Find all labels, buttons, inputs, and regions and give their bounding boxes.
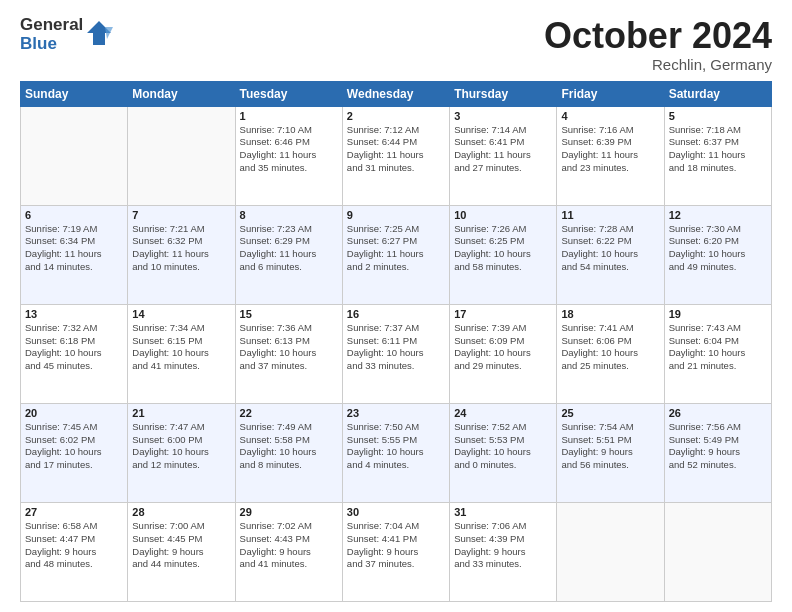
- day-number: 10: [454, 209, 552, 221]
- table-row: 9Sunrise: 7:25 AMSunset: 6:27 PMDaylight…: [342, 205, 449, 304]
- table-row: 15Sunrise: 7:36 AMSunset: 6:13 PMDayligh…: [235, 304, 342, 403]
- day-detail: Sunrise: 7:45 AMSunset: 6:02 PMDaylight:…: [25, 421, 123, 472]
- day-detail: Sunrise: 7:14 AMSunset: 6:41 PMDaylight:…: [454, 124, 552, 175]
- day-number: 22: [240, 407, 338, 419]
- day-number: 14: [132, 308, 230, 320]
- table-row: 25Sunrise: 7:54 AMSunset: 5:51 PMDayligh…: [557, 403, 664, 502]
- page: General Blue October 2024 Rechlin, Germa…: [0, 0, 792, 612]
- day-number: 1: [240, 110, 338, 122]
- day-detail: Sunrise: 7:54 AMSunset: 5:51 PMDaylight:…: [561, 421, 659, 472]
- calendar-row-2: 13Sunrise: 7:32 AMSunset: 6:18 PMDayligh…: [21, 304, 772, 403]
- day-number: 12: [669, 209, 767, 221]
- day-number: 6: [25, 209, 123, 221]
- table-row: 24Sunrise: 7:52 AMSunset: 5:53 PMDayligh…: [450, 403, 557, 502]
- table-row: 28Sunrise: 7:00 AMSunset: 4:45 PMDayligh…: [128, 502, 235, 601]
- day-detail: Sunrise: 7:16 AMSunset: 6:39 PMDaylight:…: [561, 124, 659, 175]
- day-number: 9: [347, 209, 445, 221]
- day-detail: Sunrise: 7:19 AMSunset: 6:34 PMDaylight:…: [25, 223, 123, 274]
- table-row: 10Sunrise: 7:26 AMSunset: 6:25 PMDayligh…: [450, 205, 557, 304]
- col-sunday: Sunday: [21, 81, 128, 106]
- day-number: 2: [347, 110, 445, 122]
- table-row: 14Sunrise: 7:34 AMSunset: 6:15 PMDayligh…: [128, 304, 235, 403]
- location: Rechlin, Germany: [544, 56, 772, 73]
- table-row: [557, 502, 664, 601]
- day-detail: Sunrise: 7:26 AMSunset: 6:25 PMDaylight:…: [454, 223, 552, 274]
- day-detail: Sunrise: 7:12 AMSunset: 6:44 PMDaylight:…: [347, 124, 445, 175]
- day-detail: Sunrise: 7:04 AMSunset: 4:41 PMDaylight:…: [347, 520, 445, 571]
- day-detail: Sunrise: 7:30 AMSunset: 6:20 PMDaylight:…: [669, 223, 767, 274]
- day-number: 29: [240, 506, 338, 518]
- table-row: 1Sunrise: 7:10 AMSunset: 6:46 PMDaylight…: [235, 106, 342, 205]
- table-row: 18Sunrise: 7:41 AMSunset: 6:06 PMDayligh…: [557, 304, 664, 403]
- day-detail: Sunrise: 7:25 AMSunset: 6:27 PMDaylight:…: [347, 223, 445, 274]
- table-row: 16Sunrise: 7:37 AMSunset: 6:11 PMDayligh…: [342, 304, 449, 403]
- day-detail: Sunrise: 7:28 AMSunset: 6:22 PMDaylight:…: [561, 223, 659, 274]
- svg-marker-1: [105, 27, 113, 39]
- calendar-row-0: 1Sunrise: 7:10 AMSunset: 6:46 PMDaylight…: [21, 106, 772, 205]
- day-detail: Sunrise: 7:06 AMSunset: 4:39 PMDaylight:…: [454, 520, 552, 571]
- day-number: 28: [132, 506, 230, 518]
- logo: General Blue: [20, 16, 113, 53]
- day-number: 7: [132, 209, 230, 221]
- logo-general: General: [20, 16, 83, 35]
- logo-blue: Blue: [20, 35, 83, 54]
- day-detail: Sunrise: 7:52 AMSunset: 5:53 PMDaylight:…: [454, 421, 552, 472]
- day-number: 17: [454, 308, 552, 320]
- col-thursday: Thursday: [450, 81, 557, 106]
- day-detail: Sunrise: 7:34 AMSunset: 6:15 PMDaylight:…: [132, 322, 230, 373]
- day-detail: Sunrise: 7:43 AMSunset: 6:04 PMDaylight:…: [669, 322, 767, 373]
- table-row: 6Sunrise: 7:19 AMSunset: 6:34 PMDaylight…: [21, 205, 128, 304]
- table-row: [128, 106, 235, 205]
- day-number: 25: [561, 407, 659, 419]
- day-detail: Sunrise: 7:49 AMSunset: 5:58 PMDaylight:…: [240, 421, 338, 472]
- title-block: October 2024 Rechlin, Germany: [544, 16, 772, 73]
- table-row: [21, 106, 128, 205]
- day-detail: Sunrise: 7:37 AMSunset: 6:11 PMDaylight:…: [347, 322, 445, 373]
- logo-text: General Blue: [20, 16, 83, 53]
- table-row: 8Sunrise: 7:23 AMSunset: 6:29 PMDaylight…: [235, 205, 342, 304]
- calendar-row-4: 27Sunrise: 6:58 AMSunset: 4:47 PMDayligh…: [21, 502, 772, 601]
- table-row: 23Sunrise: 7:50 AMSunset: 5:55 PMDayligh…: [342, 403, 449, 502]
- calendar-row-3: 20Sunrise: 7:45 AMSunset: 6:02 PMDayligh…: [21, 403, 772, 502]
- col-saturday: Saturday: [664, 81, 771, 106]
- day-number: 15: [240, 308, 338, 320]
- day-detail: Sunrise: 7:32 AMSunset: 6:18 PMDaylight:…: [25, 322, 123, 373]
- table-row: 13Sunrise: 7:32 AMSunset: 6:18 PMDayligh…: [21, 304, 128, 403]
- table-row: 22Sunrise: 7:49 AMSunset: 5:58 PMDayligh…: [235, 403, 342, 502]
- day-number: 11: [561, 209, 659, 221]
- table-row: 31Sunrise: 7:06 AMSunset: 4:39 PMDayligh…: [450, 502, 557, 601]
- day-number: 21: [132, 407, 230, 419]
- table-row: 21Sunrise: 7:47 AMSunset: 6:00 PMDayligh…: [128, 403, 235, 502]
- day-number: 30: [347, 506, 445, 518]
- day-detail: Sunrise: 7:10 AMSunset: 6:46 PMDaylight:…: [240, 124, 338, 175]
- day-detail: Sunrise: 7:39 AMSunset: 6:09 PMDaylight:…: [454, 322, 552, 373]
- header: General Blue October 2024 Rechlin, Germa…: [20, 16, 772, 73]
- day-number: 4: [561, 110, 659, 122]
- day-detail: Sunrise: 7:18 AMSunset: 6:37 PMDaylight:…: [669, 124, 767, 175]
- calendar-row-1: 6Sunrise: 7:19 AMSunset: 6:34 PMDaylight…: [21, 205, 772, 304]
- day-detail: Sunrise: 6:58 AMSunset: 4:47 PMDaylight:…: [25, 520, 123, 571]
- day-detail: Sunrise: 7:00 AMSunset: 4:45 PMDaylight:…: [132, 520, 230, 571]
- table-row: 2Sunrise: 7:12 AMSunset: 6:44 PMDaylight…: [342, 106, 449, 205]
- table-row: 3Sunrise: 7:14 AMSunset: 6:41 PMDaylight…: [450, 106, 557, 205]
- table-row: 5Sunrise: 7:18 AMSunset: 6:37 PMDaylight…: [664, 106, 771, 205]
- day-number: 13: [25, 308, 123, 320]
- table-row: [664, 502, 771, 601]
- day-number: 23: [347, 407, 445, 419]
- col-monday: Monday: [128, 81, 235, 106]
- table-row: 27Sunrise: 6:58 AMSunset: 4:47 PMDayligh…: [21, 502, 128, 601]
- day-detail: Sunrise: 7:50 AMSunset: 5:55 PMDaylight:…: [347, 421, 445, 472]
- day-number: 24: [454, 407, 552, 419]
- day-detail: Sunrise: 7:56 AMSunset: 5:49 PMDaylight:…: [669, 421, 767, 472]
- table-row: 7Sunrise: 7:21 AMSunset: 6:32 PMDaylight…: [128, 205, 235, 304]
- day-number: 3: [454, 110, 552, 122]
- day-number: 19: [669, 308, 767, 320]
- day-detail: Sunrise: 7:21 AMSunset: 6:32 PMDaylight:…: [132, 223, 230, 274]
- table-row: 20Sunrise: 7:45 AMSunset: 6:02 PMDayligh…: [21, 403, 128, 502]
- day-detail: Sunrise: 7:23 AMSunset: 6:29 PMDaylight:…: [240, 223, 338, 274]
- table-row: 19Sunrise: 7:43 AMSunset: 6:04 PMDayligh…: [664, 304, 771, 403]
- day-number: 27: [25, 506, 123, 518]
- col-wednesday: Wednesday: [342, 81, 449, 106]
- calendar-table: Sunday Monday Tuesday Wednesday Thursday…: [20, 81, 772, 602]
- table-row: 17Sunrise: 7:39 AMSunset: 6:09 PMDayligh…: [450, 304, 557, 403]
